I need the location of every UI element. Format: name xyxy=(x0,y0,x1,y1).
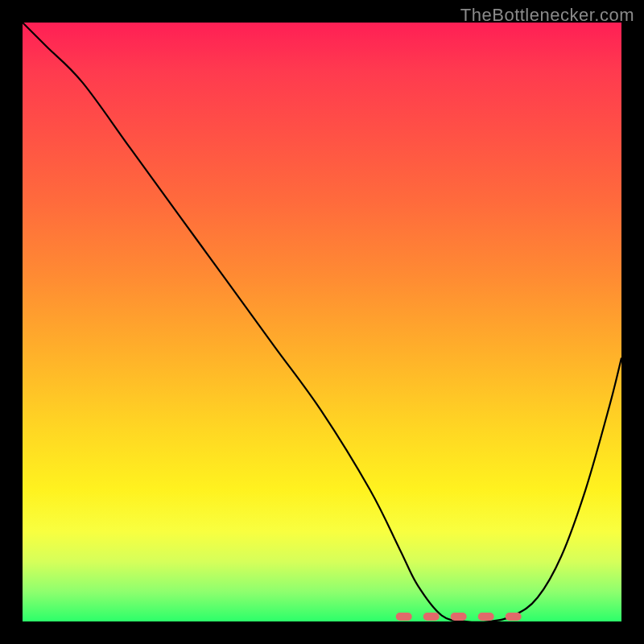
attribution-text: TheBottlenecker.com xyxy=(460,5,634,26)
bottleneck-curve xyxy=(23,23,621,621)
plot-area xyxy=(23,23,621,621)
curve-layer xyxy=(23,23,621,621)
chart-container: TheBottlenecker.com xyxy=(0,0,644,644)
